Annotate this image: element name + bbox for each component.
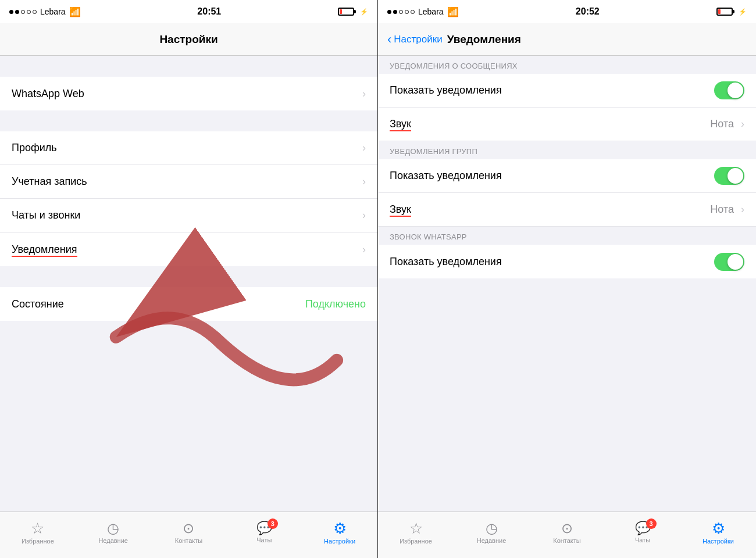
toggle-knob-groups [728,168,743,184]
toggle-call[interactable] [714,253,744,271]
battery-fill-left [340,9,342,14]
settings-item-whatsapp-web[interactable]: WhatsApp Web › [0,77,377,110]
section-header-call: ЗВОНОК WHATSAPP [378,227,756,245]
dot2 [15,10,19,14]
dot4 [27,10,31,14]
settings-item-profile[interactable]: Профиль › [0,131,377,165]
tab-recent-left[interactable]: ◷ Недавние [76,521,151,544]
clock-icon-right: ◷ [486,521,498,535]
item-label-notifications: Уведомления [12,244,77,256]
dot5 [33,10,37,14]
sound-label-1: Звук [390,118,411,130]
toggle-messages[interactable] [714,81,744,99]
star-icon-right: ☆ [409,521,423,536]
tab-chats-label-left: Чаты [256,536,272,543]
settings-item-notifications[interactable]: Уведомления › [0,233,377,266]
toggle-knob-messages [728,83,743,98]
spacer-3 [0,266,377,287]
chats-badge-right: 3 [646,518,657,529]
notification-group-call: Показать уведомления [378,245,756,278]
chats-icon-right: 💬 3 [635,522,651,535]
show-notifications-call[interactable]: Показать уведомления [378,245,756,278]
sound-value-1: Нота [710,118,734,130]
tab-favorites-label-left: Избранное [22,538,54,545]
spacer-4 [0,321,377,342]
star-icon-left: ☆ [31,521,44,536]
right-phone-screen: Lebara 📶 20:52 ⚡ ‹ Настройки Уведомления… [378,0,756,558]
settings-group-2: Профиль › Учетная запись › Чаты и звонки… [0,131,377,266]
settings-item-status[interactable]: Состояние Подключено [0,287,377,321]
left-phone-screen: Lebara 📶 20:51 ⚡ Настройки WhatsApp Web … [0,0,378,558]
item-label-status: Состояние [12,298,64,310]
chevron-icon-profile: › [362,142,366,154]
settings-icon-right: ⚙ [712,521,725,536]
tab-contacts-left[interactable]: ⊙ Контакты [151,521,227,544]
tab-recent-right[interactable]: ◷ Недавние [454,521,529,544]
settings-group-1: WhatsApp Web › [0,77,377,110]
dot1 [9,10,13,14]
charging-icon-right: ⚡ [739,8,747,16]
settings-item-account[interactable]: Учетная запись › [0,165,377,199]
back-button[interactable]: ‹ Настройки [387,33,443,46]
nav-bar-left: Настройки [0,23,377,56]
spacer-1 [0,56,377,77]
signal-dots-left [9,10,37,14]
time-right: 20:52 [576,6,600,17]
section-header-groups: УВЕДОМЛЕНИЯ ГРУПП [378,141,756,159]
red-underline-notifications [12,256,77,257]
show-notifications-groups[interactable]: Показать уведомления [378,159,756,193]
settings-group-3: Состояние Подключено [0,287,377,321]
status-bar-right: Lebara 📶 20:52 ⚡ [378,0,756,23]
battery-left [338,8,354,16]
charging-icon-left: ⚡ [360,8,368,16]
sound-value-2: Нота [710,203,734,216]
time-left: 20:51 [197,6,221,17]
back-label: Настройки [394,34,442,45]
show-notif-label-3: Показать уведомления [390,256,502,268]
chevron-sound-2: › [741,203,744,216]
chats-icon-left: 💬 3 [256,522,272,535]
item-label-account: Учетная запись [12,176,87,188]
show-notifications-messages[interactable]: Показать уведомления [378,74,756,108]
red-underline-sound-1 [390,130,411,131]
chevron-icon-chats-calls: › [362,209,366,221]
dot3 [21,10,25,14]
battery-fill-right [718,9,721,14]
settings-icon-left: ⚙ [333,521,347,536]
tab-favorites-label-right: Избранное [400,538,432,545]
tab-chats-left[interactable]: 💬 3 Чаты [226,522,302,543]
rdot4 [405,10,409,14]
toggle-groups[interactable] [714,167,744,185]
content-right: УВЕДОМЛЕНИЯ О СООБЩЕНИЯХ Показать уведом… [378,56,756,512]
tab-bar-right: ☆ Избранное ◷ Недавние ⊙ Контакты 💬 3 Ча… [378,512,756,558]
wifi-icon-right: 📶 [447,6,459,17]
tab-favorites-left[interactable]: ☆ Избранное [0,521,76,545]
chevron-sound-1: › [741,118,744,130]
item-label-chats-calls: Чаты и звонки [12,209,80,221]
chevron-icon-notifications: › [362,244,366,256]
tab-recent-label-right: Недавние [477,537,507,544]
tab-settings-right[interactable]: ⚙ Настройки [680,521,756,545]
nav-bar-right: ‹ Настройки Уведомления [378,23,756,56]
tab-settings-label-right: Настройки [702,538,734,545]
wifi-icon-left: 📶 [69,6,81,17]
rdot3 [399,10,403,14]
signal-dots-right [387,10,415,14]
content-left: WhatsApp Web › Профиль › Учетная запись … [0,56,377,512]
section-header-messages: УВЕДОМЛЕНИЯ О СООБЩЕНИЯХ [378,56,756,74]
nav-title-right: Уведомления [447,33,521,46]
tab-contacts-label-right: Контакты [553,537,581,544]
back-chevron-icon: ‹ [387,33,391,46]
show-notif-label-2: Показать уведомления [390,170,502,182]
tab-contacts-right[interactable]: ⊙ Контакты [529,521,605,544]
clock-icon-left: ◷ [107,521,119,535]
notification-group-groups: Показать уведомления Звук Нота › [378,159,756,227]
sound-row-messages[interactable]: Звук Нота › [378,108,756,141]
spacer-2 [0,110,377,131]
tab-favorites-right[interactable]: ☆ Избранное [378,521,454,545]
tab-settings-left[interactable]: ⚙ Настройки [302,521,377,545]
contacts-icon-left: ⊙ [183,521,194,535]
tab-chats-right[interactable]: 💬 3 Чаты [605,522,680,543]
settings-item-chats-calls[interactable]: Чаты и звонки › [0,199,377,233]
sound-row-groups[interactable]: Звук Нота › [378,193,756,227]
